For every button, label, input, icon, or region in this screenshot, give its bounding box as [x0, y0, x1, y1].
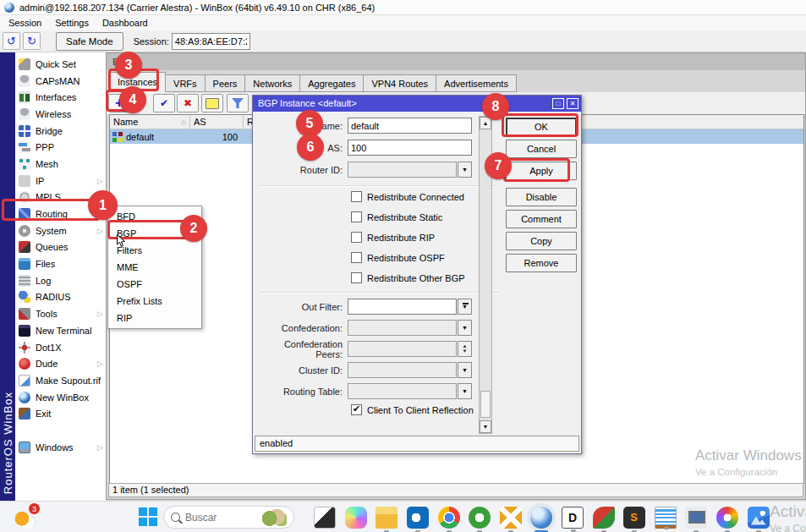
sidebar-item-icon: [19, 241, 30, 253]
submenu-item[interactable]: RIP: [108, 310, 201, 326]
tab[interactable]: VPN4 Routes: [364, 74, 436, 92]
checkbox-icon[interactable]: [351, 232, 362, 243]
sidebar-item[interactable]: Dot1X ▷: [15, 339, 106, 356]
sidebar-item[interactable]: Bridge ▷: [15, 123, 106, 140]
taskbar-search[interactable]: [163, 506, 294, 529]
out-filter-field[interactable]: [348, 299, 457, 315]
sidebar-item[interactable]: Exit ▷: [15, 405, 106, 422]
safe-mode-button[interactable]: Safe Mode: [56, 32, 123, 51]
tab[interactable]: Advertisements: [436, 74, 517, 92]
cluster-id-dropdown-icon[interactable]: ▼: [458, 362, 472, 378]
dialog-button[interactable]: Copy: [506, 232, 577, 250]
scrollbar-thumb[interactable]: [480, 391, 491, 418]
tab[interactable]: VRFs: [166, 74, 206, 92]
maximize-icon[interactable]: □: [552, 98, 564, 109]
checkbox-icon[interactable]: [351, 211, 362, 222]
tab[interactable]: Aggregates: [300, 74, 364, 92]
taskbar-app-icon[interactable]: [530, 507, 552, 529]
checkbox-icon[interactable]: [351, 272, 362, 283]
redistribute-checkbox[interactable]: Redistribute OSPF: [351, 251, 465, 264]
close-icon[interactable]: ✕: [567, 98, 578, 109]
router-id-dropdown-icon[interactable]: ▼: [458, 162, 472, 178]
checkbox-icon[interactable]: [351, 191, 362, 202]
tab[interactable]: Networks: [245, 74, 300, 92]
sidebar-item[interactable]: Log ▷: [15, 272, 106, 289]
menu-item[interactable]: Session: [2, 15, 48, 30]
taskbar-app-icon[interactable]: [716, 507, 738, 529]
taskbar-app-icon[interactable]: [593, 507, 615, 529]
taskbar-app-icon[interactable]: [655, 507, 677, 529]
sidebar-item[interactable]: CAPsMAN ▷: [15, 73, 106, 90]
name-field[interactable]: [348, 118, 472, 134]
session-input[interactable]: [172, 33, 250, 50]
sidebar-item[interactable]: Mesh ▷: [15, 156, 106, 173]
submenu-item[interactable]: OSPF: [108, 276, 201, 293]
sidebar-item[interactable]: RADIUS ▷: [15, 289, 106, 306]
taskbar-app-icon[interactable]: [500, 507, 522, 529]
taskbar-app-icon[interactable]: [469, 507, 491, 529]
sidebar-item[interactable]: New Terminal ▷: [15, 322, 106, 339]
taskbar-app-icon[interactable]: [345, 507, 367, 529]
menu-item[interactable]: Dashboard: [96, 15, 155, 30]
column-header[interactable]: AS△: [190, 115, 244, 129]
sidebar-item[interactable]: Quick Set ▷: [15, 56, 106, 73]
sidebar-item[interactable]: Tools ▷: [15, 305, 106, 322]
spinner-icon[interactable]: ▲▼: [458, 341, 472, 357]
undo-icon[interactable]: ↺: [3, 32, 20, 50]
start-button[interactable]: [139, 507, 157, 526]
tab[interactable]: Peers: [206, 74, 246, 92]
search-input[interactable]: [185, 512, 256, 524]
sidebar-item[interactable]: IP ▷: [15, 173, 106, 189]
sidebar-item[interactable]: New WinBox ▷: [15, 389, 106, 406]
sidebar-item[interactable]: Windows ▷: [15, 439, 106, 456]
bgp-toolbar-button-icon[interactable]: [227, 94, 249, 112]
sidebar-item[interactable]: Interfaces ▷: [15, 89, 106, 106]
taskbar-app-icon[interactable]: [407, 507, 429, 529]
taskbar-app-icon[interactable]: [685, 507, 707, 529]
client-reflection-checkbox[interactable]: Client To Client Reflection: [351, 403, 474, 416]
sidebar-item[interactable]: Wireless ▷: [15, 106, 106, 123]
checkbox-icon[interactable]: [351, 252, 362, 263]
menubar: SessionSettingsDashboard: [0, 15, 806, 30]
redistribute-checkbox[interactable]: Redistribute Static: [351, 211, 465, 223]
redistribute-checkbox[interactable]: Redistribute RIP: [351, 231, 465, 244]
dialog-button[interactable]: Disable: [506, 188, 577, 206]
redistribute-checkbox[interactable]: Redistribute Connected: [351, 190, 465, 203]
bgp-toolbar-button-icon[interactable]: [201, 94, 223, 112]
dialog-button[interactable]: Comment: [506, 210, 577, 228]
weather-icon[interactable]: 3: [14, 507, 36, 529]
confederation-dropdown-icon[interactable]: ▼: [458, 320, 472, 336]
sidebar-item[interactable]: System ▷: [15, 222, 106, 239]
out-filter-down-icon[interactable]: ▼: [458, 299, 472, 315]
bgp-toolbar-button-icon[interactable]: [177, 94, 199, 112]
taskbar-app-icon[interactable]: [438, 507, 460, 529]
sidebar-item-icon: [19, 258, 30, 270]
as-field[interactable]: [348, 140, 472, 156]
dialog-button[interactable]: Cancel: [506, 140, 577, 158]
sidebar-item[interactable]: Dude ▷: [15, 355, 106, 372]
redistribute-checkbox[interactable]: Redistribute Other BGP: [351, 271, 465, 284]
checkbox-icon[interactable]: [351, 404, 362, 415]
taskbar-app-icon[interactable]: [562, 507, 584, 529]
sidebar-item-icon: [19, 175, 30, 187]
annotation-step-2: 2: [180, 215, 207, 242]
sidebar-item[interactable]: Queues ▷: [15, 239, 106, 256]
menu-item[interactable]: Settings: [48, 15, 96, 30]
routing-table-dropdown-icon[interactable]: ▼: [458, 383, 472, 399]
taskbar-app-icon[interactable]: [748, 507, 770, 529]
scroll-down-icon[interactable]: ▼: [480, 420, 491, 433]
sort-icon: △: [182, 118, 186, 125]
taskbar-app-icon[interactable]: [623, 507, 645, 529]
bgp-toolbar-button-icon[interactable]: [153, 94, 175, 112]
redo-icon[interactable]: ↻: [23, 32, 41, 50]
sidebar-item[interactable]: Make Supout.rif ▷: [15, 372, 106, 389]
column-header[interactable]: Name△: [110, 115, 190, 129]
taskbar-app-icon[interactable]: [376, 507, 398, 529]
submenu-item[interactable]: MME: [108, 259, 201, 276]
submenu-item[interactable]: Prefix Lists: [108, 293, 201, 310]
dialog-button[interactable]: Remove: [506, 254, 577, 272]
taskbar-app-icon[interactable]: [314, 507, 336, 529]
sidebar-item[interactable]: PPP ▷: [15, 139, 106, 156]
routing-table-field: [348, 383, 457, 399]
sidebar-item[interactable]: Files ▷: [15, 255, 106, 272]
